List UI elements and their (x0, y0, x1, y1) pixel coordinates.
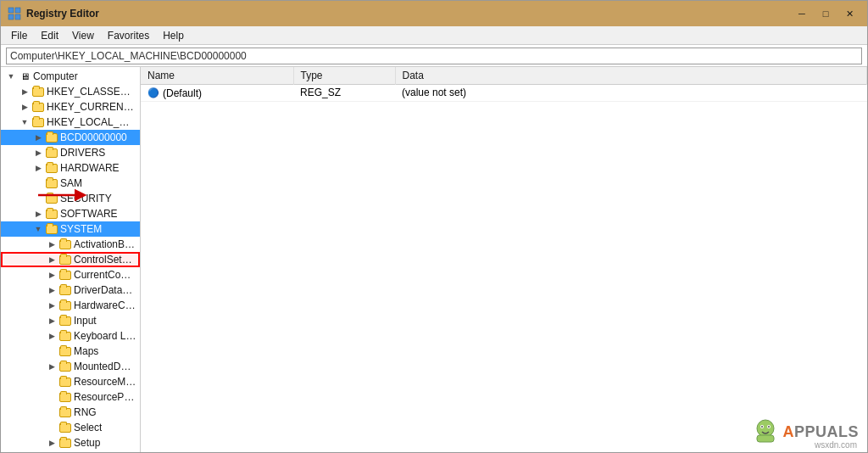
expander-hkcr[interactable]: ▶ (18, 85, 31, 98)
tree-pane[interactable]: ▼ 🖥 Computer ▶ HKEY_CLASSES_ROOT ▶ HKEY_… (1, 67, 141, 452)
folder-icon-mounteddevices (58, 360, 72, 373)
address-bar: Computer\HKEY_LOCAL_MACHINE\BCD00000000 (1, 45, 867, 67)
folder-icon-activationbroker (58, 238, 72, 251)
tree-item-currentcontrolset[interactable]: ▶ CurrentControlSet (1, 267, 140, 282)
address-path[interactable]: Computer\HKEY_LOCAL_MACHINE\BCD00000000 (6, 48, 862, 64)
tree-label-software: SOFTWARE (60, 208, 118, 220)
tree-item-hardwareconfig[interactable]: ▶ HardwareConfig (1, 298, 140, 313)
tree-item-software[interactable]: ▶ SOFTWARE (1, 206, 140, 221)
tree-item-software2[interactable]: ▶ Software (1, 450, 140, 452)
tree-item-hardware[interactable]: ▶ HARDWARE (1, 160, 140, 176)
menu-edit[interactable]: Edit (34, 28, 65, 43)
expander-hklm[interactable]: ▼ (18, 115, 31, 129)
folder-icon-setup (58, 436, 72, 450)
expander-drivers[interactable]: ▶ (31, 146, 45, 159)
tree-item-activationbroker[interactable]: ▶ ActivationBroker (1, 237, 140, 252)
col-data[interactable]: Data (395, 67, 867, 85)
tree-label-hklm: HKEY_LOCAL_MACHINE (47, 116, 136, 128)
tree-label-hardware: HARDWARE (60, 162, 120, 174)
tree-label-setup: Setup (74, 437, 100, 449)
tree-label-select: Select (74, 422, 102, 433)
folder-icon-select (58, 421, 72, 434)
expander-activationbroker[interactable]: ▶ (45, 238, 58, 251)
tree-label-drivers: DRIVERS (60, 147, 105, 159)
folder-icon-security (45, 192, 58, 205)
svg-point-6 (757, 420, 774, 437)
maximize-button[interactable]: □ (815, 5, 837, 22)
expander-bcd[interactable]: ▶ (31, 131, 45, 144)
table-row[interactable]: 🔵 (Default) REG_SZ (value not set) (141, 85, 867, 102)
folder-icon-drivers (45, 146, 58, 159)
watermark-site: wsxdn.com (815, 440, 857, 450)
expander-setup[interactable]: ▶ (45, 436, 58, 450)
menu-file[interactable]: File (4, 28, 34, 43)
expander-software2[interactable]: ▶ (45, 451, 58, 452)
tree-item-controlset001[interactable]: ▶ ControlSet001 (1, 252, 140, 267)
tree-item-driverdatabase[interactable]: ▶ DriverDatabase (1, 282, 140, 298)
tree-item-rng[interactable]: RNG (1, 405, 140, 420)
tree-item-mounteddevices[interactable]: ▶ MountedDevices (1, 359, 140, 374)
tree-item-resourcepolicystore[interactable]: ResourcePolicyStore (1, 389, 140, 405)
window-controls: ─ □ ✕ (791, 5, 860, 22)
tree-label-bcd: BCD00000000 (60, 131, 127, 143)
folder-icon-system (45, 222, 58, 236)
svg-rect-11 (757, 435, 774, 442)
computer-icon: 🖥 (18, 70, 31, 83)
expander-computer[interactable]: ▼ (4, 70, 18, 83)
folder-icon-hardwareconfig (58, 299, 72, 312)
tree-item-select[interactable]: Select (1, 420, 140, 435)
appuals-mascot-icon (752, 418, 779, 445)
svg-point-9 (761, 426, 763, 428)
tree-label-input: Input (74, 315, 97, 327)
folder-icon-driverdatabase (58, 283, 72, 297)
expander-keyboardlayout[interactable]: ▶ (45, 329, 58, 343)
expander-system[interactable]: ▼ (31, 222, 45, 236)
expander-input[interactable]: ▶ (45, 314, 58, 327)
folder-icon-hardware (45, 161, 58, 175)
tree-item-drivers[interactable]: ▶ DRIVERS (1, 145, 140, 160)
tree-item-computer[interactable]: ▼ 🖥 Computer (1, 69, 140, 84)
svg-rect-2 (8, 14, 14, 20)
folder-icon-hkcr (31, 85, 45, 98)
menu-favorites[interactable]: Favorites (101, 28, 156, 43)
col-name[interactable]: Name (141, 67, 293, 85)
tree-item-security[interactable]: SECURITY (1, 191, 140, 206)
menu-view[interactable]: View (65, 28, 101, 43)
expander-controlset001[interactable]: ▶ (45, 253, 58, 266)
cell-data: (value not set) (395, 85, 867, 102)
detail-table: Name Type Data 🔵 (Default) REG_SZ (141, 67, 867, 102)
tree-item-hkcu[interactable]: ▶ HKEY_CURRENT_USER (1, 99, 140, 115)
tree-item-hklm[interactable]: ▼ HKEY_LOCAL_MACHINE (1, 115, 140, 130)
menu-help[interactable]: Help (156, 28, 191, 43)
tree-label-activationbroker: ActivationBroker (74, 238, 136, 250)
tree-item-sam[interactable]: SAM (1, 176, 140, 191)
tree-label-computer: Computer (33, 70, 78, 82)
folder-icon-controlset001 (58, 253, 72, 266)
expander-driverdatabase[interactable]: ▶ (45, 283, 58, 297)
minimize-button[interactable]: ─ (791, 5, 813, 22)
tree-item-bcd[interactable]: ▶ BCD00000000 (1, 130, 140, 145)
watermark-text: APPUALS (782, 423, 859, 441)
tree-item-keyboardlayout[interactable]: ▶ Keyboard Layout (1, 328, 140, 344)
tree-item-input[interactable]: ▶ Input (1, 313, 140, 328)
expander-hkcu[interactable]: ▶ (18, 100, 31, 114)
tree-label-resourcemanager: ResourceManager (74, 376, 136, 388)
expander-hardwareconfig[interactable]: ▶ (45, 299, 58, 312)
close-button[interactable]: ✕ (838, 5, 860, 22)
svg-rect-3 (15, 14, 20, 20)
main-content: ▼ 🖥 Computer ▶ HKEY_CLASSES_ROOT ▶ HKEY_… (1, 67, 867, 452)
tree-item-setup[interactable]: ▶ Setup (1, 435, 140, 450)
col-type[interactable]: Type (293, 67, 395, 85)
folder-icon-keyboardlayout (58, 329, 72, 343)
expander-software[interactable]: ▶ (31, 207, 45, 221)
tree-item-system[interactable]: ▼ SYSTEM (1, 221, 140, 237)
folder-icon-sam (45, 176, 58, 190)
expander-hardware[interactable]: ▶ (31, 161, 45, 175)
expander-currentcontrolset[interactable]: ▶ (45, 268, 58, 282)
expander-mounteddevices[interactable]: ▶ (45, 360, 58, 373)
folder-icon-input (58, 314, 72, 327)
tree-item-resourcemanager[interactable]: ResourceManager (1, 374, 140, 389)
detail-pane: Name Type Data 🔵 (Default) REG_SZ (141, 67, 867, 452)
tree-item-maps[interactable]: Maps (1, 344, 140, 359)
tree-item-hkcr[interactable]: ▶ HKEY_CLASSES_ROOT (1, 84, 140, 99)
